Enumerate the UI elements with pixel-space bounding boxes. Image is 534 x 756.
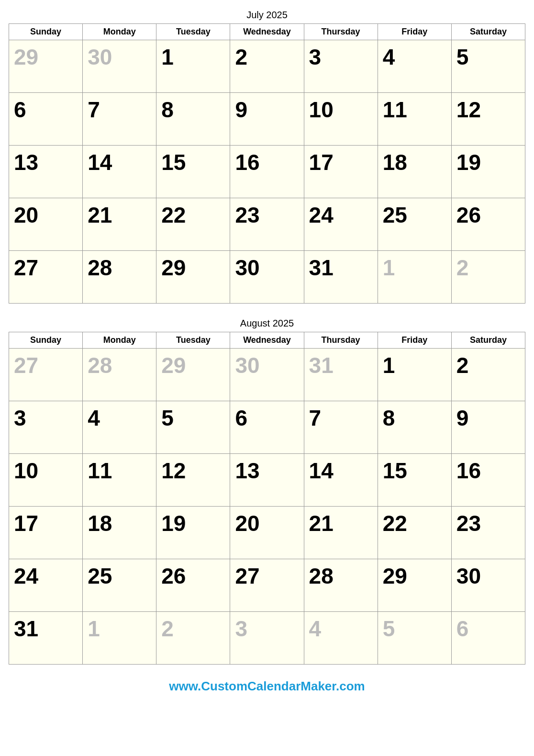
list-item[interactable]: 30	[230, 349, 304, 401]
list-item[interactable]: 22	[378, 507, 451, 559]
list-item[interactable]: 1	[83, 612, 156, 665]
list-item[interactable]: 20	[9, 198, 83, 251]
july-calendar: Sunday Monday Tuesday Wednesday Thursday…	[9, 23, 525, 304]
list-item[interactable]: 16	[230, 146, 304, 198]
list-item[interactable]: 13	[230, 454, 304, 507]
list-item[interactable]: 31	[9, 612, 83, 665]
list-item[interactable]: 29	[156, 349, 230, 401]
july-header-wed: Wednesday	[230, 24, 304, 40]
list-item[interactable]: 27	[9, 349, 83, 401]
august-header-wed: Wednesday	[230, 332, 304, 349]
july-header-mon: Monday	[83, 24, 156, 40]
list-item[interactable]: 30	[451, 559, 525, 612]
list-item[interactable]: 3	[9, 401, 83, 454]
footer-link[interactable]: www.CustomCalendarMaker.com	[9, 679, 525, 694]
list-item[interactable]: 9	[451, 401, 525, 454]
list-item[interactable]: 27	[9, 251, 83, 304]
list-item[interactable]: 14	[83, 146, 156, 198]
list-item[interactable]: 24	[304, 198, 378, 251]
list-item[interactable]: 10	[9, 454, 83, 507]
list-item[interactable]: 25	[378, 198, 451, 251]
august-header-thu: Thursday	[304, 332, 378, 349]
calendar-container: July 2025 Sunday Monday Tuesday Wednesda…	[9, 10, 525, 694]
july-title-wrapper: July 2025	[9, 10, 525, 21]
list-item[interactable]: 10	[304, 93, 378, 146]
list-item[interactable]: 29	[156, 251, 230, 304]
list-item[interactable]: 9	[230, 93, 304, 146]
table-row: 17181920212223	[9, 507, 525, 559]
list-item[interactable]: 17	[9, 507, 83, 559]
list-item[interactable]: 4	[378, 40, 451, 93]
list-item[interactable]: 21	[304, 507, 378, 559]
list-item[interactable]: 17	[304, 146, 378, 198]
list-item[interactable]: 3	[304, 40, 378, 93]
list-item[interactable]: 6	[451, 612, 525, 665]
table-row: 20212223242526	[9, 198, 525, 251]
list-item[interactable]: 29	[9, 40, 83, 93]
list-item[interactable]: 31	[304, 349, 378, 401]
august-header-fri: Friday	[378, 332, 451, 349]
table-row: 272829303112	[9, 349, 525, 401]
list-item[interactable]: 5	[156, 401, 230, 454]
list-item[interactable]: 24	[9, 559, 83, 612]
list-item[interactable]: 13	[9, 146, 83, 198]
list-item[interactable]: 15	[156, 146, 230, 198]
list-item[interactable]: 27	[230, 559, 304, 612]
list-item[interactable]: 31	[304, 251, 378, 304]
list-item[interactable]: 2	[230, 40, 304, 93]
list-item[interactable]: 8	[378, 401, 451, 454]
list-item[interactable]: 1	[378, 251, 451, 304]
list-item[interactable]: 29	[378, 559, 451, 612]
list-item[interactable]: 28	[304, 559, 378, 612]
list-item[interactable]: 11	[83, 454, 156, 507]
list-item[interactable]: 2	[156, 612, 230, 665]
list-item[interactable]: 26	[156, 559, 230, 612]
july-header-tue: Tuesday	[156, 24, 230, 40]
august-header-sun: Sunday	[9, 332, 83, 349]
july-header-fri: Friday	[378, 24, 451, 40]
list-item[interactable]: 26	[451, 198, 525, 251]
list-item[interactable]: 30	[230, 251, 304, 304]
july-header-sun: Sunday	[9, 24, 83, 40]
list-item[interactable]: 3	[230, 612, 304, 665]
list-item[interactable]: 23	[451, 507, 525, 559]
list-item[interactable]: 11	[378, 93, 451, 146]
list-item[interactable]: 18	[83, 507, 156, 559]
table-row: 272829303112	[9, 251, 525, 304]
list-item[interactable]: 1	[156, 40, 230, 93]
list-item[interactable]: 22	[156, 198, 230, 251]
list-item[interactable]: 12	[156, 454, 230, 507]
list-item[interactable]: 4	[83, 401, 156, 454]
list-item[interactable]: 4	[304, 612, 378, 665]
table-row: 3456789	[9, 401, 525, 454]
list-item[interactable]: 6	[230, 401, 304, 454]
august-header-row: Sunday Monday Tuesday Wednesday Thursday…	[9, 332, 525, 349]
august-header-sat: Saturday	[451, 332, 525, 349]
table-row: 10111213141516	[9, 454, 525, 507]
list-item[interactable]: 2	[451, 251, 525, 304]
list-item[interactable]: 15	[378, 454, 451, 507]
list-item[interactable]: 23	[230, 198, 304, 251]
list-item[interactable]: 6	[9, 93, 83, 146]
list-item[interactable]: 28	[83, 349, 156, 401]
list-item[interactable]: 14	[304, 454, 378, 507]
list-item[interactable]: 18	[378, 146, 451, 198]
list-item[interactable]: 5	[451, 40, 525, 93]
list-item[interactable]: 8	[156, 93, 230, 146]
list-item[interactable]: 28	[83, 251, 156, 304]
table-row: 24252627282930	[9, 559, 525, 612]
list-item[interactable]: 19	[451, 146, 525, 198]
list-item[interactable]: 19	[156, 507, 230, 559]
list-item[interactable]: 21	[83, 198, 156, 251]
list-item[interactable]: 20	[230, 507, 304, 559]
list-item[interactable]: 2	[451, 349, 525, 401]
list-item[interactable]: 25	[83, 559, 156, 612]
list-item[interactable]: 30	[83, 40, 156, 93]
list-item[interactable]: 5	[378, 612, 451, 665]
list-item[interactable]: 7	[83, 93, 156, 146]
list-item[interactable]: 12	[451, 93, 525, 146]
july-header-sat: Saturday	[451, 24, 525, 40]
list-item[interactable]: 16	[451, 454, 525, 507]
list-item[interactable]: 7	[304, 401, 378, 454]
list-item[interactable]: 1	[378, 349, 451, 401]
